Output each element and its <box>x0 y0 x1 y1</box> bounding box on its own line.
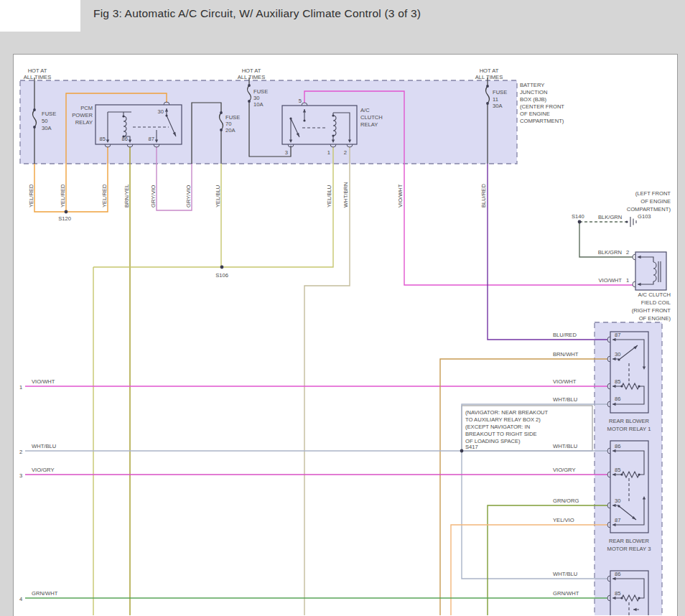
fuse-11-label: FUSE <box>493 89 507 95</box>
pin-number: 1 <box>327 149 330 156</box>
pin-number: 87 <box>149 136 154 142</box>
pin-number: 30 <box>615 498 620 504</box>
wiring-diagram: HOT AT ALL TIMES HOT AT ALL TIMES HOT AT… <box>14 55 677 615</box>
rear3-name: REAR BLOWER <box>609 538 650 544</box>
splice-labels: S120 S106 S417 <box>58 215 478 450</box>
pcm-line: PCM <box>80 105 93 111</box>
wire-color-label: GRN/ORG <box>553 498 579 504</box>
note-line: OF LOADING SPACE) <box>465 438 521 444</box>
hot-label: HOT AT <box>480 67 499 74</box>
splice-label: S106 <box>215 272 228 279</box>
fuse-30-num: 30 <box>253 95 259 101</box>
wire-color-label: VIO/WHT <box>397 184 404 207</box>
right-wire-labels: BLU/RED BRN/WHT VIO/WHT WHT/BLU WHT/BLU … <box>553 332 579 597</box>
wire-number: 4 <box>19 596 22 602</box>
fuse-30-amps: 10A <box>253 101 264 108</box>
pcm-line: POWER <box>72 112 93 118</box>
pin-number: 2 <box>344 149 347 156</box>
hot-label: HOT AT <box>28 67 47 74</box>
pin-number: 86 <box>615 571 620 577</box>
ground-loc: (LEFT FRONT <box>635 190 671 197</box>
ac-line: A/C <box>360 107 370 113</box>
bjb-name-label: BATTERY JUNCTION BOX (BJB) (CENTER FRONT… <box>520 82 564 124</box>
note-text: (NAVIGATOR: NEAR BREAKOUT TO AUXILIARY R… <box>465 409 549 444</box>
fuse-11-amps: 30A <box>493 103 503 109</box>
rear3-name: MOTOR RELAY 3 <box>607 546 651 552</box>
pin-number: 85 <box>615 378 620 385</box>
wire-color-label: GRN/WHT <box>553 590 579 597</box>
bjb-line: BOX (BJB) <box>520 96 547 103</box>
fuse-11-num: 11 <box>493 96 498 103</box>
wire-yel-vio <box>451 525 607 615</box>
pcm-power-relay-box <box>95 105 182 144</box>
fuse-70-num: 70 <box>225 121 231 127</box>
wire-color-label: YEL/RED <box>28 184 34 207</box>
ground-labels: (LEFT FRONT OF ENGINE COMPARTMENT) G103 … <box>572 190 671 220</box>
fuse-70-label: FUSE <box>225 114 240 121</box>
wire-wht-brn <box>304 146 350 615</box>
wire-grn-org <box>488 505 607 615</box>
bjb-line: COMPARTMENT) <box>520 118 564 124</box>
fuse-50-amps: 30A <box>42 125 52 131</box>
coil-name: A/C CLUTCH <box>638 291 671 298</box>
pin-number: 85 <box>615 467 620 473</box>
hot-label: ALL TIMES <box>24 74 51 80</box>
hot-at-all-times-labels: HOT AT ALL TIMES HOT AT ALL TIMES HOT AT… <box>24 67 503 80</box>
note-line: BREAKOUT TO RIGHT SIDE <box>465 431 536 437</box>
bjb-line: OF ENGINE <box>520 111 550 117</box>
wire-color-label: BLU/RED <box>480 184 487 207</box>
wire-color-label: BRN/YEL <box>124 185 130 208</box>
pin-number: 3 <box>285 149 288 156</box>
wire-blu-red <box>488 164 607 340</box>
diagram-panel: HOT AT ALL TIMES HOT AT ALL TIMES HOT AT… <box>13 54 678 616</box>
wire-color-label: WHT/BLU <box>553 396 577 403</box>
component-internals <box>108 108 661 615</box>
coil-name: (RIGHT FRONT <box>632 307 671 314</box>
fuse-30-label: FUSE <box>253 88 268 95</box>
blade-arrowheads <box>173 132 638 520</box>
wire-number: 3 <box>19 472 22 479</box>
wire-color-label: VIO/GRY <box>32 467 55 473</box>
ac-line: CLUTCH <box>360 114 383 121</box>
wire-number: 2 <box>19 449 22 455</box>
wire-color-label: WHT/BLU <box>553 571 577 577</box>
wire-number: 1 <box>19 384 22 391</box>
bjb-line: (CENTER FRONT <box>520 103 564 110</box>
left-wire-labels: 1 VIO/WHT 2 WHT/BLU 3 VIO/GRY 4 GRN/WHT <box>19 378 58 602</box>
wire-color-label: BLU/RED <box>553 332 577 338</box>
fuse-50-label: FUSE <box>42 111 56 117</box>
pin-number: 86 <box>615 443 620 449</box>
bjb-line: JUNCTION <box>520 89 547 95</box>
ac-line: RELAY <box>360 121 378 128</box>
wire-color-label: WHT/BLU <box>32 443 56 449</box>
vertical-wire-labels: YEL/RED YEL/RED YEL/RED BRN/YEL GRY/VIO … <box>28 182 487 207</box>
coil-name: OF ENGINE) <box>639 315 671 322</box>
page-title: Fig 3: Automatic A/C Circuit, W/ Auxilia… <box>93 7 421 20</box>
fuse-50-num: 50 <box>42 118 47 124</box>
wire-color-label: YEL/BLU <box>326 185 332 207</box>
wire-yel-blu <box>93 146 333 615</box>
splice-label: S140 <box>572 213 584 220</box>
wire-color-label: BLK/GRN <box>598 214 622 220</box>
note-line: TO AUXILIARY RELAY BOX 2) <box>465 416 541 423</box>
wire-color-label: WHT/BLU <box>553 443 577 449</box>
ground-loc: COMPARTMENT) <box>627 206 671 213</box>
wire-color-label: GRY/VIO <box>150 185 157 207</box>
hot-label: ALL TIMES <box>238 74 265 80</box>
bjb-line: BATTERY <box>520 82 544 88</box>
wire-color-label: BLK/GRN <box>598 249 622 256</box>
wire-color-label: VIO/GRY <box>553 467 576 473</box>
coil-name: FIELD COIL <box>641 299 671 306</box>
wire-color-label: WHT/BRN <box>342 182 349 207</box>
hot-label: ALL TIMES <box>475 74 503 80</box>
wire-color-label: GRN/WHT <box>32 590 58 597</box>
wire-color-label: YEL/RED <box>60 184 66 207</box>
fuse-70-amps: 20A <box>225 127 236 134</box>
wire-color-label: VIO/WHT <box>32 378 55 385</box>
note-line: (NAVIGATOR: NEAR BREAKOUT <box>465 409 549 416</box>
pin-number: 5 <box>299 98 302 104</box>
ground-loc: OF ENGINE <box>640 198 671 205</box>
wire-color-label: VIO/WHT <box>553 378 577 385</box>
wire-color-label: VIO/WHT <box>599 277 623 284</box>
hot-label: HOT AT <box>242 67 261 74</box>
